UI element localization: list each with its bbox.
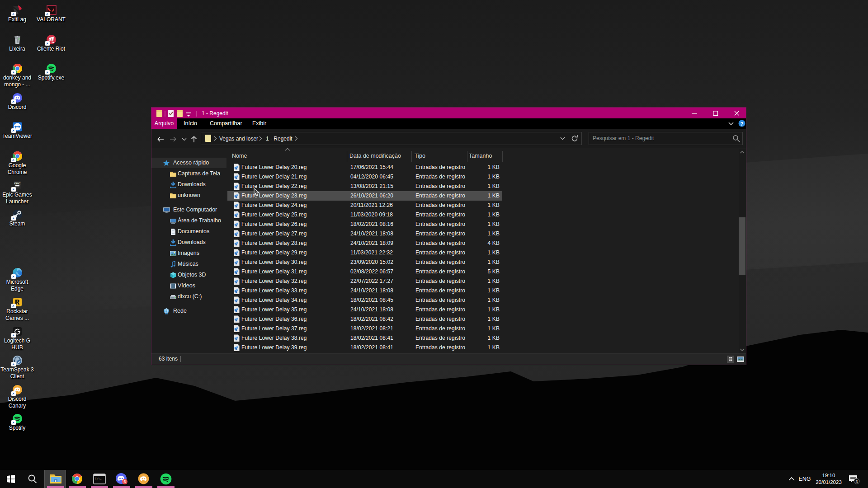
svg-text:6: 6 bbox=[123, 479, 126, 484]
svg-text:?: ? bbox=[740, 121, 743, 127]
svg-text:1 - Regedit: 1 - Regedit bbox=[202, 110, 228, 117]
svg-text:1 - Regedit: 1 - Regedit bbox=[266, 136, 292, 142]
svg-text:3: 3 bbox=[855, 479, 858, 484]
svg-text:Vegas and loser: Vegas and loser bbox=[219, 136, 258, 142]
svg-text:C:\_: C:\_ bbox=[95, 477, 102, 480]
svg-text:EPIC: EPIC bbox=[14, 182, 21, 185]
